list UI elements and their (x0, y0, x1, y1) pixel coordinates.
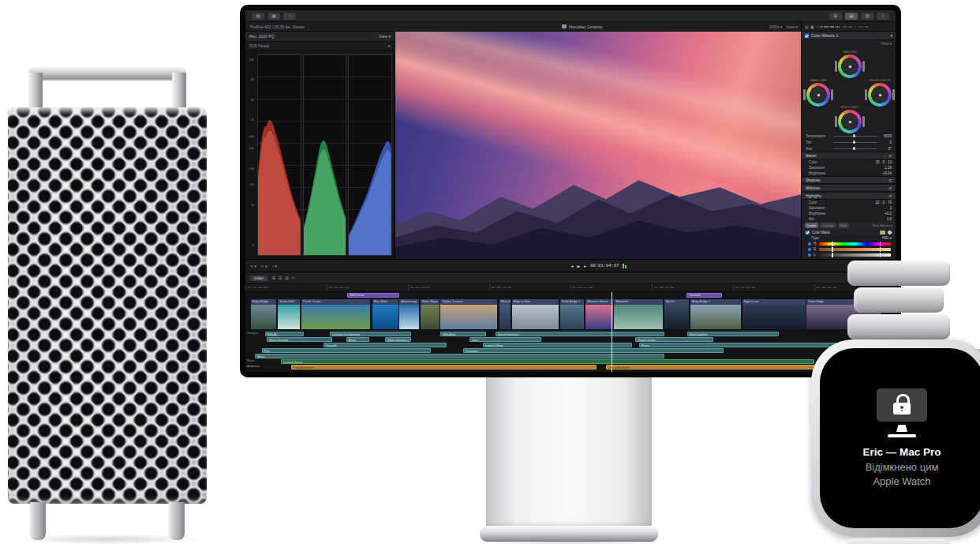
wheel-control[interactable] (817, 94, 820, 96)
timeline-layout-icon[interactable]: ⊟ (845, 13, 858, 20)
index-button[interactable]: Index (250, 276, 267, 281)
video-clip[interactable]: Big Sur (664, 298, 690, 330)
video-clip[interactable]: Bixby Bridge 1 (559, 298, 585, 330)
color-wheel-highlights[interactable]: Highlights (866, 79, 893, 107)
audio-meters[interactable] (623, 263, 627, 268)
audio-clip[interactable]: Maria Greeting (267, 337, 331, 342)
mask-channel-s[interactable]: S (802, 246, 896, 252)
audio-clip[interactable]: With Andy (440, 332, 486, 336)
audio-clip[interactable]: Looking Out Interview (330, 332, 411, 336)
video-clip[interactable]: Skyline Traverse (440, 298, 498, 330)
video-clip[interactable]: Adventuring (398, 298, 420, 330)
timeline-ruler[interactable]: 01:00:00:0001:00:08:0001:00:16:0001:00:2… (245, 284, 896, 292)
mask-type-value[interactable]: HSL ▾ (882, 236, 892, 240)
audio-clip[interactable]: Coastal Tempo (281, 359, 814, 364)
audio-clip[interactable]: Water (255, 354, 664, 358)
view-masks-menu[interactable]: View Masks ▾ (872, 223, 892, 227)
param-value[interactable]: 22 · 2 · 70 (875, 201, 892, 204)
mask-tab-inside[interactable]: Inside (805, 223, 818, 228)
video-clip[interactable]: Blue Water (372, 298, 399, 330)
section-reset-icon[interactable]: ↺ (888, 178, 892, 182)
append-icon[interactable]: ⊞ (272, 276, 275, 280)
wheel-control[interactable] (879, 94, 881, 96)
color-mask-checkbox[interactable] (806, 231, 810, 234)
channel-enabled-icon[interactable] (808, 248, 811, 251)
audio-clip[interactable]: Fireworks (463, 348, 724, 353)
section-reset-icon[interactable]: ↺ (888, 186, 892, 190)
video-clip[interactable]: Bixby Bridge 2 (690, 298, 742, 330)
media-sidebar-icon[interactable]: ▤ (252, 13, 264, 20)
video-inspector-icon[interactable]: ▤ (805, 24, 809, 29)
audio-clip[interactable]: Beach Interview (496, 332, 664, 336)
param-value[interactable]: +0.2 (885, 212, 892, 216)
audio-clip[interactable]: Distant Ambience (606, 365, 827, 370)
video-clip[interactable]: Mountain Forest (585, 298, 614, 330)
inspector-layout-icon[interactable]: ▥ (861, 13, 873, 20)
play-button[interactable]: ▶ (577, 264, 580, 268)
video-clip[interactable]: Night Coast (742, 298, 806, 330)
eyedropper-icon[interactable] (887, 229, 892, 234)
effect-chevron-icon[interactable]: ▾ (890, 33, 892, 38)
share-icon[interactable]: ↑ (877, 13, 889, 20)
select-tool[interactable]: ↖▾ (250, 264, 256, 268)
viewer-zoom-menu[interactable]: 100% ▾ (769, 24, 783, 29)
audio-clip[interactable]: Seagulls (324, 343, 447, 347)
mask-swatch-icon[interactable] (880, 231, 885, 234)
retime-tool[interactable]: ◔▾ (271, 264, 277, 268)
video-clip[interactable]: Bixby Bridge (250, 298, 277, 330)
audio-clip[interactable]: Lapping Water (483, 343, 633, 347)
audio-clip[interactable]: Gary (469, 337, 541, 342)
skip-back-button[interactable]: ◄ (570, 264, 574, 268)
wheel-ring[interactable] (806, 83, 830, 107)
insert-icon[interactable]: ⊟ (279, 276, 282, 280)
watch-screen[interactable]: Eric — Mac Pro Відімкнено цим Apple Watc… (820, 348, 980, 528)
mask-tab-outside[interactable]: Outside (820, 223, 836, 228)
mask-channel-l[interactable]: L (802, 252, 896, 257)
audio-clip[interactable]: Quiet Ambience (291, 365, 597, 370)
wheel-ring[interactable] (838, 110, 862, 133)
info-inspector-icon[interactable]: i (817, 24, 817, 29)
title-clip[interactable]: Coastline (686, 293, 722, 298)
slider-tint[interactable]: Tint0 (802, 139, 896, 145)
video-clip[interactable]: Water Mayor (420, 298, 440, 330)
audio-clip[interactable]: Bird Coastline (687, 332, 778, 336)
audio-clip[interactable]: With Ali (265, 332, 304, 336)
playhead[interactable] (612, 292, 612, 372)
slider-track[interactable] (833, 136, 877, 137)
section-header-midtones[interactable]: Midtones↺ (802, 184, 896, 192)
param-value[interactable]: 15 · 0 · 13 (875, 160, 892, 164)
mask-channel-h[interactable]: H (802, 241, 896, 246)
video-clip[interactable]: Waterfalls (613, 298, 664, 330)
color-wheel-midtones[interactable]: Midtones (836, 106, 863, 133)
channel-enabled-icon[interactable] (808, 253, 811, 257)
viewer[interactable] (395, 32, 801, 259)
section-reset-icon[interactable]: ↺ (888, 194, 892, 198)
channel-enabled-icon[interactable] (808, 242, 811, 246)
audio-clip[interactable]: Pips (262, 348, 431, 353)
mask-tab-both[interactable]: Both (838, 223, 850, 228)
video-clip[interactable]: Moon Bay (499, 298, 512, 330)
video-clip[interactable]: Edge to View (511, 298, 559, 330)
slider-track[interactable] (833, 148, 877, 149)
scope-view-menu[interactable]: View ▾ (379, 34, 391, 39)
title-clip[interactable]: Wild Forest (347, 293, 399, 298)
skimming-icon[interactable]: ↖ (292, 276, 295, 280)
photos-sidebar-icon[interactable]: ▦ (267, 13, 280, 20)
color-wheel-shadows[interactable]: Shadows (805, 79, 832, 107)
channel-range-slider[interactable] (819, 253, 891, 257)
slider-handle[interactable] (853, 134, 856, 137)
audio-clip[interactable]: Kayak Chatter (635, 337, 713, 342)
effect-checkbox[interactable] (805, 34, 809, 38)
wheel-ring[interactable] (868, 83, 892, 107)
slider-handle[interactable] (853, 147, 856, 150)
trim-tool[interactable]: ✂▾ (261, 264, 267, 268)
wheel-control[interactable] (849, 66, 851, 68)
slider-hue[interactable]: Hue0° (802, 145, 896, 152)
scope-settings-icon[interactable]: ⚙ (387, 44, 391, 48)
viewer-view-menu[interactable]: View ▾ (786, 24, 798, 29)
color-inspector-icon[interactable]: ◧ (811, 24, 815, 29)
param-value[interactable]: 1.0 (887, 217, 892, 221)
section-header-highlights[interactable]: Highlights↺ (802, 192, 896, 200)
channel-range-slider[interactable] (819, 242, 891, 246)
skip-forward-button[interactable]: ► (583, 264, 587, 268)
